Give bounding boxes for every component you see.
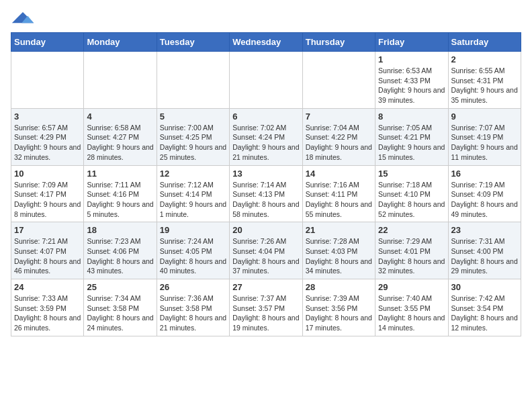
day-number: 7 bbox=[306, 111, 372, 122]
day-cell: 3Sunrise: 6:57 AM Sunset: 4:29 PM Daylig… bbox=[11, 108, 84, 165]
day-number: 20 bbox=[232, 225, 299, 235]
weekday-header-saturday: Saturday bbox=[448, 33, 521, 52]
day-number: 3 bbox=[14, 111, 81, 122]
day-cell bbox=[157, 52, 229, 109]
day-info: Sunrise: 7:02 AM Sunset: 4:24 PM Dayligh… bbox=[232, 123, 299, 163]
day-number: 12 bbox=[160, 169, 226, 179]
day-cell: 9Sunrise: 7:07 AM Sunset: 4:19 PM Daylig… bbox=[448, 108, 521, 165]
day-info: Sunrise: 7:29 AM Sunset: 4:01 PM Dayligh… bbox=[378, 236, 445, 276]
day-cell: 13Sunrise: 7:14 AM Sunset: 4:13 PM Dayli… bbox=[230, 165, 302, 222]
day-info: Sunrise: 7:05 AM Sunset: 4:21 PM Dayligh… bbox=[378, 123, 445, 163]
logo-icon bbox=[11, 11, 35, 27]
day-number: 1 bbox=[378, 54, 445, 64]
day-info: Sunrise: 7:00 AM Sunset: 4:25 PM Dayligh… bbox=[160, 123, 226, 163]
day-info: Sunrise: 7:04 AM Sunset: 4:22 PM Dayligh… bbox=[306, 123, 372, 163]
day-cell: 23Sunrise: 7:31 AM Sunset: 4:00 PM Dayli… bbox=[448, 222, 521, 279]
day-cell: 29Sunrise: 7:40 AM Sunset: 3:55 PM Dayli… bbox=[375, 279, 448, 336]
day-number: 22 bbox=[378, 225, 445, 235]
weekday-header-friday: Friday bbox=[375, 33, 448, 52]
day-info: Sunrise: 7:24 AM Sunset: 4:05 PM Dayligh… bbox=[160, 236, 226, 276]
day-number: 8 bbox=[378, 111, 445, 122]
week-row-3: 10Sunrise: 7:09 AM Sunset: 4:17 PM Dayli… bbox=[11, 165, 521, 222]
day-cell bbox=[11, 52, 84, 109]
day-cell: 15Sunrise: 7:18 AM Sunset: 4:10 PM Dayli… bbox=[375, 165, 448, 222]
weekday-header-monday: Monday bbox=[84, 33, 157, 52]
day-number: 14 bbox=[306, 169, 372, 179]
day-number: 17 bbox=[14, 225, 81, 235]
day-info: Sunrise: 7:26 AM Sunset: 4:04 PM Dayligh… bbox=[232, 236, 299, 276]
day-info: Sunrise: 7:40 AM Sunset: 3:55 PM Dayligh… bbox=[378, 293, 445, 333]
day-number: 13 bbox=[232, 169, 299, 179]
day-cell: 17Sunrise: 7:21 AM Sunset: 4:07 PM Dayli… bbox=[11, 222, 84, 279]
day-number: 2 bbox=[451, 54, 518, 64]
day-cell: 26Sunrise: 7:36 AM Sunset: 3:58 PM Dayli… bbox=[157, 279, 229, 336]
day-cell: 24Sunrise: 7:33 AM Sunset: 3:59 PM Dayli… bbox=[11, 279, 84, 336]
day-info: Sunrise: 7:23 AM Sunset: 4:06 PM Dayligh… bbox=[87, 236, 153, 276]
day-number: 9 bbox=[451, 111, 518, 122]
day-info: Sunrise: 7:14 AM Sunset: 4:13 PM Dayligh… bbox=[232, 180, 299, 220]
day-number: 10 bbox=[14, 169, 81, 179]
day-number: 15 bbox=[378, 169, 445, 179]
day-number: 30 bbox=[451, 282, 518, 292]
day-cell: 28Sunrise: 7:39 AM Sunset: 3:56 PM Dayli… bbox=[302, 279, 375, 336]
day-cell: 1Sunrise: 6:53 AM Sunset: 4:33 PM Daylig… bbox=[375, 52, 448, 109]
day-info: Sunrise: 6:53 AM Sunset: 4:33 PM Dayligh… bbox=[378, 66, 445, 105]
day-info: Sunrise: 7:07 AM Sunset: 4:19 PM Dayligh… bbox=[451, 123, 518, 163]
weekday-header-thursday: Thursday bbox=[302, 33, 375, 52]
day-cell: 27Sunrise: 7:37 AM Sunset: 3:57 PM Dayli… bbox=[230, 279, 302, 336]
day-cell: 21Sunrise: 7:28 AM Sunset: 4:03 PM Dayli… bbox=[302, 222, 375, 279]
day-number: 23 bbox=[451, 225, 518, 235]
day-number: 27 bbox=[232, 282, 299, 292]
weekday-header-sunday: Sunday bbox=[11, 33, 84, 52]
weekday-header-wednesday: Wednesday bbox=[230, 33, 302, 52]
day-cell: 6Sunrise: 7:02 AM Sunset: 4:24 PM Daylig… bbox=[230, 108, 302, 165]
day-number: 18 bbox=[87, 225, 153, 235]
day-cell: 22Sunrise: 7:29 AM Sunset: 4:01 PM Dayli… bbox=[375, 222, 448, 279]
day-info: Sunrise: 7:28 AM Sunset: 4:03 PM Dayligh… bbox=[306, 236, 372, 276]
day-cell: 19Sunrise: 7:24 AM Sunset: 4:05 PM Dayli… bbox=[157, 222, 229, 279]
calendar-table: SundayMondayTuesdayWednesdayThursdayFrid… bbox=[11, 32, 521, 336]
day-cell: 12Sunrise: 7:12 AM Sunset: 4:14 PM Dayli… bbox=[157, 165, 229, 222]
day-info: Sunrise: 7:18 AM Sunset: 4:10 PM Dayligh… bbox=[378, 180, 445, 220]
day-cell: 18Sunrise: 7:23 AM Sunset: 4:06 PM Dayli… bbox=[84, 222, 157, 279]
day-number: 28 bbox=[306, 282, 372, 292]
day-cell: 10Sunrise: 7:09 AM Sunset: 4:17 PM Dayli… bbox=[11, 165, 84, 222]
day-info: Sunrise: 7:16 AM Sunset: 4:11 PM Dayligh… bbox=[306, 180, 372, 220]
day-number: 29 bbox=[378, 282, 445, 292]
day-info: Sunrise: 7:42 AM Sunset: 3:54 PM Dayligh… bbox=[451, 293, 518, 333]
day-number: 16 bbox=[451, 169, 518, 179]
day-cell bbox=[84, 52, 157, 109]
week-row-4: 17Sunrise: 7:21 AM Sunset: 4:07 PM Dayli… bbox=[11, 222, 521, 279]
day-number: 11 bbox=[87, 169, 153, 179]
day-cell bbox=[230, 52, 302, 109]
day-number: 25 bbox=[87, 282, 153, 292]
week-row-5: 24Sunrise: 7:33 AM Sunset: 3:59 PM Dayli… bbox=[11, 279, 521, 336]
day-cell: 2Sunrise: 6:55 AM Sunset: 4:31 PM Daylig… bbox=[448, 52, 521, 109]
day-info: Sunrise: 6:58 AM Sunset: 4:27 PM Dayligh… bbox=[87, 123, 153, 163]
day-info: Sunrise: 7:34 AM Sunset: 3:58 PM Dayligh… bbox=[87, 293, 153, 333]
week-row-1: 1Sunrise: 6:53 AM Sunset: 4:33 PM Daylig… bbox=[11, 52, 521, 109]
day-info: Sunrise: 7:09 AM Sunset: 4:17 PM Dayligh… bbox=[14, 180, 81, 220]
day-info: Sunrise: 7:11 AM Sunset: 4:16 PM Dayligh… bbox=[87, 180, 153, 220]
day-number: 19 bbox=[160, 225, 226, 235]
day-cell: 7Sunrise: 7:04 AM Sunset: 4:22 PM Daylig… bbox=[302, 108, 375, 165]
day-cell: 14Sunrise: 7:16 AM Sunset: 4:11 PM Dayli… bbox=[302, 165, 375, 222]
weekday-header-row: SundayMondayTuesdayWednesdayThursdayFrid… bbox=[11, 33, 521, 52]
logo bbox=[11, 11, 38, 27]
day-info: Sunrise: 7:36 AM Sunset: 3:58 PM Dayligh… bbox=[160, 293, 226, 333]
day-cell: 11Sunrise: 7:11 AM Sunset: 4:16 PM Dayli… bbox=[84, 165, 157, 222]
day-info: Sunrise: 6:57 AM Sunset: 4:29 PM Dayligh… bbox=[14, 123, 81, 163]
day-cell: 8Sunrise: 7:05 AM Sunset: 4:21 PM Daylig… bbox=[375, 108, 448, 165]
weekday-header-tuesday: Tuesday bbox=[157, 33, 229, 52]
day-info: Sunrise: 7:33 AM Sunset: 3:59 PM Dayligh… bbox=[14, 293, 81, 333]
day-number: 4 bbox=[87, 111, 153, 122]
day-info: Sunrise: 7:12 AM Sunset: 4:14 PM Dayligh… bbox=[160, 180, 226, 220]
day-number: 6 bbox=[232, 111, 299, 122]
day-info: Sunrise: 7:37 AM Sunset: 3:57 PM Dayligh… bbox=[232, 293, 299, 333]
day-info: Sunrise: 7:39 AM Sunset: 3:56 PM Dayligh… bbox=[306, 293, 372, 333]
day-cell bbox=[302, 52, 375, 109]
day-cell: 5Sunrise: 7:00 AM Sunset: 4:25 PM Daylig… bbox=[157, 108, 229, 165]
day-cell: 4Sunrise: 6:58 AM Sunset: 4:27 PM Daylig… bbox=[84, 108, 157, 165]
day-info: Sunrise: 7:21 AM Sunset: 4:07 PM Dayligh… bbox=[14, 236, 81, 276]
day-cell: 30Sunrise: 7:42 AM Sunset: 3:54 PM Dayli… bbox=[448, 279, 521, 336]
